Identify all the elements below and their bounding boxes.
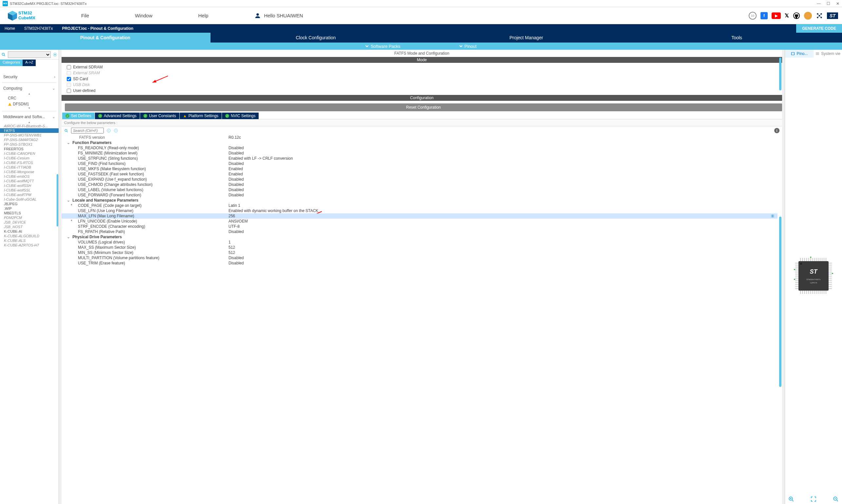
param-value[interactable]: Enabled with LF -> CRLF conversion — [229, 156, 777, 161]
param-group-header[interactable]: ⌄ Locale and Namespace Parameters — [61, 198, 777, 203]
param-row[interactable]: USE_LABEL (Volume label functions)Disabl… — [61, 187, 777, 193]
middleware-item[interactable]: FP-SNS-STBOX1 — [0, 142, 59, 147]
param-value[interactable]: Disabled — [229, 161, 777, 166]
param-row[interactable]: FS_READONLY (Read-only mode)Disabled — [61, 145, 777, 150]
middleware-item[interactable]: JSB_DEVICE — [0, 220, 59, 224]
mode-option[interactable]: SD Card — [67, 76, 777, 81]
middleware-item[interactable]: I-CUBE-FS-RTOS — [0, 160, 59, 165]
nav-next-icon[interactable] — [113, 128, 118, 133]
category-middleware[interactable]: Middleware and Softw...⌄ — [0, 112, 59, 121]
middleware-item[interactable]: FATFS — [0, 128, 59, 133]
param-value[interactable]: Enabled — [229, 172, 777, 176]
param-row[interactable]: USE_TRIM (Erase feature)Disabled — [61, 260, 777, 266]
middleware-item[interactable]: FP-SNS-SMARTAG2 — [0, 138, 59, 142]
search-icon[interactable] — [64, 129, 68, 133]
param-value[interactable]: 1 — [229, 240, 777, 245]
param-search-input[interactable] — [71, 128, 104, 133]
param-value[interactable]: Disabled — [229, 193, 777, 197]
subtab-user-constants[interactable]: ✓User Constants — [140, 112, 179, 119]
menu-file[interactable]: File — [81, 13, 89, 18]
category-computing[interactable]: Computing⌄ — [0, 84, 59, 93]
network-icon[interactable] — [816, 12, 823, 19]
middleware-item[interactable]: FP-SNS-MOTENVWB1 — [0, 133, 59, 138]
param-value[interactable]: 256 — [229, 214, 770, 218]
menu-window[interactable]: Window — [135, 13, 152, 18]
param-row[interactable]: USE_FORWARD (Forward function)Disabled — [61, 193, 777, 198]
param-row[interactable]: *CODE_PAGE (Code page on target)Latin 1 — [61, 203, 777, 208]
st-logo-icon[interactable]: ST — [827, 13, 838, 19]
left-tab-categories[interactable]: Categories — [0, 59, 23, 66]
tab-pinout-configuration[interactable]: Pinout & Configuration — [0, 33, 211, 42]
param-value[interactable]: 512 — [229, 250, 777, 255]
param-row[interactable]: USE_MKFS (Make filesystem function)Enabl… — [61, 166, 777, 172]
generate-code-button[interactable]: GENERATE CODE — [796, 24, 842, 33]
middleware-item[interactable]: I-CUBE-ITTIADB — [0, 165, 59, 169]
middleware-item[interactable]: I-CUBE-wolfSSH — [0, 183, 59, 188]
param-value[interactable]: Disabled — [229, 182, 777, 187]
middleware-item[interactable]: I-CUBE-wolfMQTT — [0, 179, 59, 183]
software-packs-dropdown[interactable]: Software Packs — [365, 44, 400, 49]
middleware-item[interactable]: I-CUBE-wolfTPM — [0, 193, 59, 197]
menu-help[interactable]: Help — [198, 13, 209, 18]
window-minimize-button[interactable]: — — [817, 1, 821, 6]
fit-view-button[interactable] — [810, 496, 817, 502]
nav-prev-icon[interactable] — [106, 128, 111, 133]
param-row[interactable]: MAX_SS (Maximum Sector Size)512 — [61, 245, 777, 250]
param-row[interactable]: MIN_SS (Minimum Sector Size)512 — [61, 250, 777, 255]
facebook-icon[interactable]: f — [760, 12, 768, 19]
tab-tools[interactable]: Tools — [631, 33, 842, 42]
user-block[interactable]: Hello SHUAIWEN — [254, 12, 303, 19]
zoom-out-button[interactable] — [833, 496, 839, 502]
param-value[interactable]: Enabled — [229, 166, 777, 171]
tab-clock-configuration[interactable]: Clock Configuration — [211, 33, 421, 42]
middleware-item[interactable]: K-CUBE-AI — [0, 229, 59, 234]
category-security[interactable]: Security› — [0, 73, 59, 81]
param-row[interactable]: USE_FASTSEEK (Fast seek function)Enabled — [61, 172, 777, 177]
param-group-header[interactable]: ⌄ Function Parameters — [61, 140, 777, 145]
param-row[interactable]: USE_LFN (Use Long Filename)Enabled with … — [61, 208, 777, 213]
mode-checkbox[interactable] — [67, 89, 71, 93]
component-search-select[interactable] — [8, 51, 51, 58]
scrollbar-params[interactable] — [779, 217, 782, 387]
param-row[interactable]: FS_RPATH (Relative Path)Disabled — [61, 229, 777, 234]
middleware-item[interactable]: K-CUBE-ALGOBUILD — [0, 234, 59, 238]
param-value[interactable]: Disabled — [229, 261, 777, 266]
param-row[interactable]: USE_EXPAND (Use f_expand function)Disabl… — [61, 177, 777, 182]
subtab-advanced-settings[interactable]: ✓Advanced Settings — [95, 112, 140, 119]
window-close-button[interactable]: ✕ — [836, 1, 839, 6]
middleware-item[interactable]: FREERTOS — [0, 147, 59, 151]
param-value[interactable]: ANSI/OEM — [229, 219, 777, 223]
param-row[interactable]: VOLUMES (Logical drives)1 — [61, 239, 777, 245]
middleware-item[interactable]: I-CUBE-Mongoose — [0, 169, 59, 174]
planet-icon[interactable] — [804, 12, 812, 20]
param-row[interactable]: USE_CHMOD (Change attributes function)Di… — [61, 182, 777, 187]
mode-checkbox[interactable] — [67, 65, 71, 69]
mode-option[interactable]: External SDRAM — [67, 65, 777, 69]
param-value[interactable]: Disabled — [229, 177, 777, 182]
zoom-in-button[interactable] — [788, 496, 794, 502]
splitter-right[interactable] — [782, 50, 785, 504]
tab-system-view[interactable]: System vie — [813, 50, 842, 58]
window-maximize-button[interactable]: ☐ — [827, 1, 830, 6]
subtab-platform-settings[interactable]: ▲Platform Settings — [180, 112, 222, 119]
param-value[interactable]: Latin 1 — [229, 203, 777, 208]
github-icon[interactable] — [793, 12, 800, 19]
anniversary-badge-icon[interactable]: 10 — [749, 12, 756, 20]
subtab-set-defines[interactable]: ✓Set Defines — [62, 112, 95, 119]
breadcrumb-page[interactable]: PROJECT.ioc - Pinout & Configuration — [57, 24, 138, 33]
param-row[interactable]: MULTI_PARTITION (Volume partitions featu… — [61, 255, 777, 260]
param-value[interactable]: Disabled — [229, 146, 777, 150]
youtube-icon[interactable]: ▶ — [772, 13, 781, 19]
reset-configuration-button[interactable]: Reset Configuration — [65, 104, 782, 111]
param-row[interactable]: USE_FIND (Find functions)Disabled — [61, 161, 777, 166]
param-value[interactable]: 512 — [229, 245, 777, 250]
breadcrumb-home[interactable]: Home — [0, 24, 20, 33]
param-value[interactable]: Disabled — [229, 151, 777, 156]
middleware-item[interactable]: I-Cube-SoM-uGOAL — [0, 197, 59, 202]
chip-view[interactable]: ST STM32H743IITx LQFP176 — [785, 58, 842, 494]
param-value[interactable]: UTF-8 — [229, 224, 777, 229]
param-row[interactable]: STRF_ENCODE (Character encoding)UTF-8 — [61, 224, 777, 229]
middleware-item[interactable]: I-CUBE-embOS — [0, 174, 59, 179]
middleware-item[interactable]: K-CUBE-AZRTOS-H7 — [0, 243, 59, 248]
breadcrumb-chip[interactable]: STM32H743IITx — [20, 24, 57, 33]
